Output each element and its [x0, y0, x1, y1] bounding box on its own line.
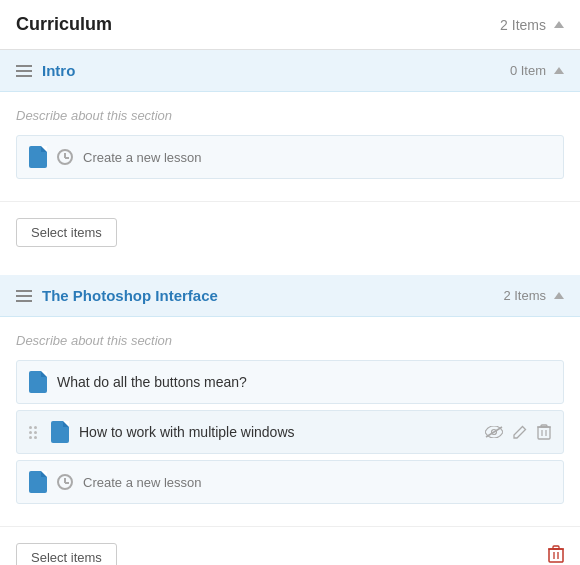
drag-section-handle[interactable] — [16, 65, 32, 77]
section-title-photoshop-interface: The Photoshop Interface — [42, 287, 218, 304]
new-lesson-text: Create a new lesson — [83, 150, 202, 165]
lesson-title: What do all the buttons mean? — [57, 374, 551, 390]
delete-section-button-photoshop-interface[interactable] — [548, 545, 564, 566]
section-intro: Intro 0 Item Describe about this section… — [0, 50, 580, 259]
new-lesson-doc-icon — [29, 146, 47, 168]
collapse-curriculum-button[interactable] — [554, 21, 564, 28]
new-lesson-clock-icon — [57, 149, 73, 165]
section-description-photoshop-interface: Describe about this section — [16, 333, 564, 348]
section-photoshop-interface: The Photoshop Interface 2 Items Describe… — [0, 275, 580, 565]
collapse-section-button-intro[interactable] — [554, 67, 564, 74]
svg-rect-4 — [541, 425, 547, 427]
select-items-button-photoshop-interface[interactable]: Select items — [16, 543, 117, 565]
section-footer-intro: Select items — [0, 201, 580, 259]
svg-rect-7 — [549, 549, 563, 562]
svg-rect-2 — [538, 427, 550, 439]
collapse-section-button-photoshop-interface[interactable] — [554, 292, 564, 299]
section-header-left: The Photoshop Interface — [16, 287, 218, 304]
section-header-right: 2 Items — [503, 288, 564, 303]
drag-section-handle[interactable] — [16, 290, 32, 302]
lesson-actions — [485, 424, 551, 440]
lesson-title: How to work with multiple windows — [79, 424, 475, 440]
select-items-button-intro[interactable]: Select items — [16, 218, 117, 247]
svg-line-0 — [486, 427, 502, 437]
section-body-photoshop-interface: Describe about this sectionWhat do all t… — [0, 317, 580, 526]
curriculum-title: Curriculum — [16, 14, 112, 35]
lesson-doc-icon — [51, 421, 69, 443]
sections-container: Intro 0 Item Describe about this section… — [0, 50, 580, 565]
svg-rect-9 — [553, 546, 559, 549]
edit-lesson-button[interactable] — [513, 425, 527, 439]
section-header-intro: Intro 0 Item — [0, 50, 580, 92]
section-title-intro: Intro — [42, 62, 75, 79]
delete-lesson-button[interactable] — [537, 424, 551, 440]
section-items-count-photoshop-interface: 2 Items — [503, 288, 546, 303]
section-footer-photoshop-interface: Select items — [0, 526, 580, 565]
curriculum-items-count: 2 Items — [500, 17, 546, 33]
new-lesson-clock-icon — [57, 474, 73, 490]
curriculum-container: Curriculum 2 Items Intro 0 Item Describe… — [0, 0, 580, 565]
lesson-row-1-1: How to work with multiple windows — [16, 410, 564, 454]
new-lesson-text: Create a new lesson — [83, 475, 202, 490]
lesson-row-1-0: What do all the buttons mean? — [16, 360, 564, 404]
curriculum-header: Curriculum 2 Items — [0, 0, 580, 50]
section-header-left: Intro — [16, 62, 75, 79]
lesson-doc-icon — [29, 371, 47, 393]
drag-handle[interactable] — [29, 426, 37, 439]
section-body-intro: Describe about this section Create a new… — [0, 92, 580, 201]
hide-lesson-button[interactable] — [485, 426, 503, 438]
section-items-count-intro: 0 Item — [510, 63, 546, 78]
section-header-photoshop-interface: The Photoshop Interface 2 Items — [0, 275, 580, 317]
new-lesson-row-photoshop-interface[interactable]: Create a new lesson — [16, 460, 564, 504]
header-right: 2 Items — [500, 17, 564, 33]
section-description-intro: Describe about this section — [16, 108, 564, 123]
new-lesson-doc-icon — [29, 471, 47, 493]
section-header-right: 0 Item — [510, 63, 564, 78]
new-lesson-row-intro[interactable]: Create a new lesson — [16, 135, 564, 179]
